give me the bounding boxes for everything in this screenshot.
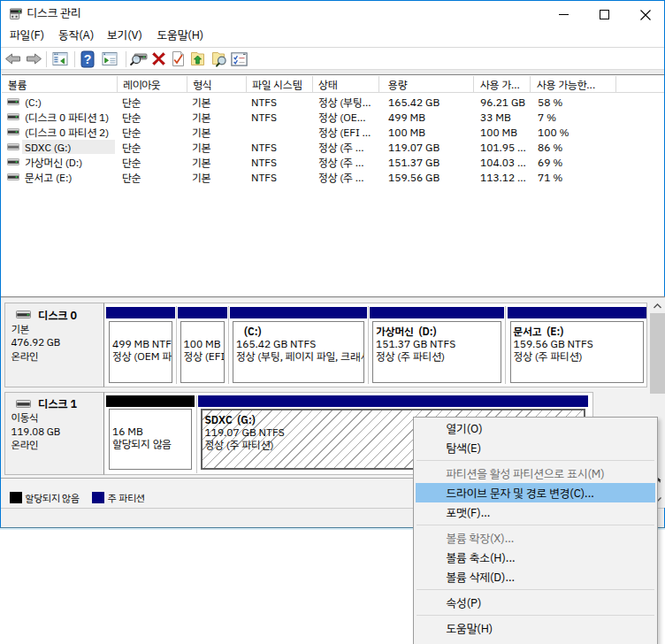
svg-text:?: ? (84, 52, 92, 66)
